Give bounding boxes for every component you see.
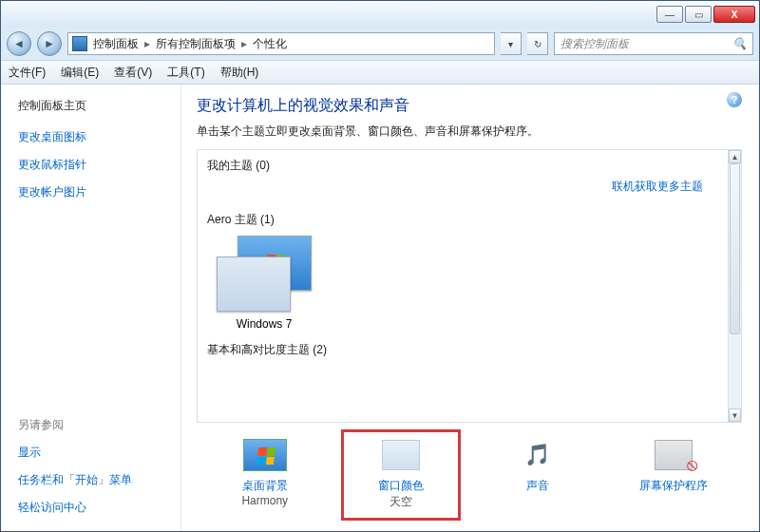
breadcrumb-part[interactable]: 控制面板 — [93, 36, 139, 52]
sidebar-seealso-taskbar[interactable]: 任务栏和「开始」菜单 — [18, 472, 171, 488]
theme-item-windows7[interactable]: Windows 7 — [207, 236, 321, 331]
window-frame: — ▭ X ◄ ► 控制面板 ▸ 所有控制面板项 ▸ 个性化 ▾ ↻ 搜索控制面… — [0, 0, 760, 532]
desktop-background-link[interactable]: 桌面背景 Harmony — [208, 432, 322, 518]
menu-view[interactable]: 查看(V) — [114, 65, 152, 81]
menu-tools[interactable]: 工具(T) — [167, 65, 204, 81]
forward-button[interactable]: ► — [37, 31, 62, 56]
section-my-themes: 我的主题 (0) — [207, 158, 718, 174]
breadcrumb-part[interactable]: 所有控制面板项 — [156, 36, 236, 52]
sidebar-task-desktop-icons[interactable]: 更改桌面图标 — [18, 129, 171, 145]
breadcrumb-part[interactable]: 个性化 — [253, 36, 287, 52]
close-button[interactable]: X — [713, 6, 755, 23]
titlebar[interactable]: — ▭ X — [1, 1, 759, 28]
desktop-background-icon — [243, 439, 287, 471]
breadcrumb-sep: ▸ — [144, 37, 150, 50]
scroll-thumb[interactable] — [730, 163, 740, 334]
section-aero-themes: Aero 主题 (1) — [207, 212, 718, 228]
menu-help[interactable]: 帮助(H) — [220, 65, 259, 81]
sidebar: 控制面板主页 更改桌面图标 更改鼠标指针 更改帐户图片 另请参阅 显示 任务栏和… — [1, 85, 181, 531]
themes-list: 我的主题 (0) 联机获取更多主题 Aero 主题 (1) Windows 7 … — [197, 149, 742, 423]
maximize-button[interactable]: ▭ — [685, 6, 712, 23]
sidebar-task-mouse-pointer[interactable]: 更改鼠标指针 — [18, 157, 171, 173]
scroll-up-button[interactable]: ▲ — [729, 150, 741, 163]
menu-bar: 文件(F) 编辑(E) 查看(V) 工具(T) 帮助(H) — [1, 60, 759, 85]
window-color-icon — [382, 440, 420, 470]
section-basic-themes: 基本和高对比度主题 (2) — [207, 342, 718, 358]
screensaver-icon — [655, 440, 693, 470]
scroll-down-button[interactable]: ▼ — [729, 408, 741, 422]
sounds-link[interactable]: 🎵 声音 — [481, 432, 595, 518]
window-color-link[interactable]: 窗口颜色 天空 — [344, 432, 458, 518]
search-icon[interactable]: 🔍 — [732, 37, 747, 50]
refresh-button[interactable]: ↻ — [527, 32, 548, 55]
breadcrumb-sep: ▸ — [241, 37, 247, 50]
search-placeholder: 搜索控制面板 — [560, 36, 629, 52]
sidebar-seealso-display[interactable]: 显示 — [18, 445, 171, 461]
get-more-themes-link[interactable]: 联机获取更多主题 — [612, 179, 703, 195]
back-button[interactable]: ◄ — [7, 31, 31, 56]
sidebar-seealso-heading: 另请参阅 — [18, 417, 171, 433]
sounds-icon: 🎵 — [524, 443, 550, 467]
address-dropdown[interactable]: ▾ — [501, 32, 522, 55]
address-bar[interactable]: 控制面板 ▸ 所有控制面板项 ▸ 个性化 — [67, 32, 495, 55]
theme-thumbnail — [217, 236, 312, 312]
sounds-title: 声音 — [484, 478, 591, 494]
navigation-bar: ◄ ► 控制面板 ▸ 所有控制面板项 ▸ 个性化 ▾ ↻ 搜索控制面板 🔍 — [1, 28, 759, 60]
menu-file[interactable]: 文件(F) — [9, 65, 46, 81]
theme-name: Windows 7 — [237, 317, 293, 331]
sidebar-home-link[interactable]: 控制面板主页 — [18, 98, 171, 114]
screensaver-link[interactable]: 屏幕保护程序 — [617, 432, 731, 518]
page-instruction: 单击某个主题立即更改桌面背景、窗口颜色、声音和屏幕保护程序。 — [197, 124, 742, 140]
main-panel: ? 更改计算机上的视觉效果和声音 单击某个主题立即更改桌面背景、窗口颜色、声音和… — [181, 85, 759, 531]
scrollbar[interactable]: ▲ ▼ — [728, 150, 741, 422]
content-area: 控制面板主页 更改桌面图标 更改鼠标指针 更改帐户图片 另请参阅 显示 任务栏和… — [1, 85, 759, 531]
search-input[interactable]: 搜索控制面板 🔍 — [554, 32, 753, 55]
control-panel-icon — [72, 36, 87, 51]
sidebar-task-account-picture[interactable]: 更改帐户图片 — [18, 184, 171, 200]
menu-edit[interactable]: 编辑(E) — [61, 65, 99, 81]
desktop-background-value: Harmony — [212, 494, 318, 507]
window-color-title: 窗口颜色 — [348, 478, 454, 494]
sidebar-seealso-ease[interactable]: 轻松访问中心 — [18, 500, 171, 516]
settings-row: 桌面背景 Harmony 窗口颜色 天空 🎵 声音 屏幕保护程序 — [197, 423, 742, 523]
screensaver-title: 屏幕保护程序 — [620, 478, 727, 494]
help-icon[interactable]: ? — [727, 92, 742, 107]
page-title: 更改计算机上的视觉效果和声音 — [197, 96, 742, 116]
desktop-background-title: 桌面背景 — [212, 478, 318, 494]
minimize-button[interactable]: — — [656, 6, 683, 23]
window-color-value: 天空 — [348, 494, 454, 510]
